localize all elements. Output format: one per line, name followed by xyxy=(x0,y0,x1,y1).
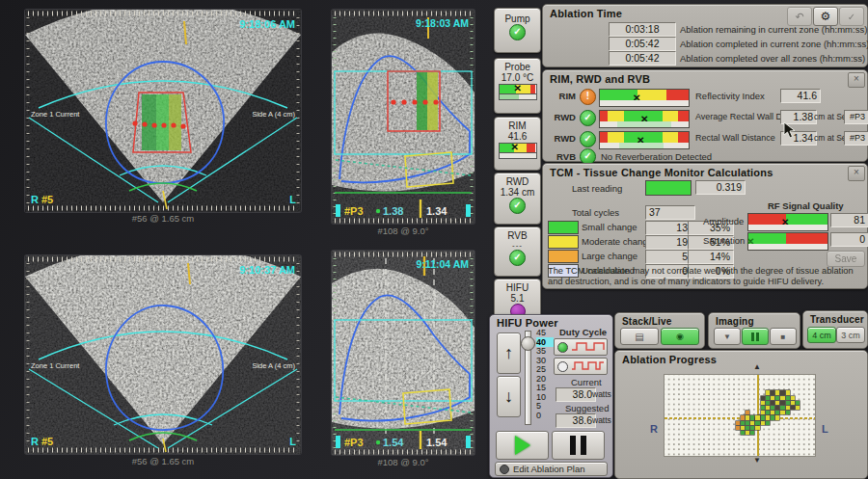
stop-icon: ■ xyxy=(781,333,786,341)
live-mode-button[interactable]: ◉ xyxy=(661,328,699,345)
imaging-down-button[interactable]: ▼ xyxy=(714,328,741,345)
pump-label: Pump xyxy=(495,13,540,24)
distance-1: 1.38 xyxy=(383,205,403,217)
edit-ablation-plan-label: Edit Ablation Plan xyxy=(513,464,584,474)
stack-mode-button[interactable]: ▤ xyxy=(620,328,659,345)
transducer-4cm-button[interactable]: 4 cm xyxy=(807,327,836,343)
grid-top-marker-icon: ▲ xyxy=(753,362,761,371)
square-wave-icon xyxy=(571,341,606,353)
zone-label: Zone 1 Current xyxy=(31,361,80,370)
rim-status-button[interactable]: RIM 41.6 ✕ xyxy=(494,117,541,171)
amplitude-value: 81 xyxy=(830,213,868,227)
transducer-3cm-button[interactable]: 3 cm xyxy=(836,327,865,343)
ablation-cell xyxy=(791,401,795,405)
ablation-cell xyxy=(775,390,779,394)
distance-dot xyxy=(376,440,380,444)
pause-icon xyxy=(751,333,759,341)
panel-title: Stack/Live xyxy=(622,316,671,327)
progress-left-label: L xyxy=(822,423,828,435)
rim-value: 41.6 xyxy=(495,131,540,142)
ablation-cell xyxy=(755,415,759,419)
radio-icon xyxy=(500,465,509,474)
hifu-version: 5.1 xyxy=(495,293,540,304)
ablation-cell xyxy=(750,431,754,435)
ablation-cell xyxy=(780,406,784,410)
panel-title: TCM - Tissue Change Monitor Calculations xyxy=(550,167,773,178)
ablation-cell xyxy=(780,411,784,414)
orient-left-label: L xyxy=(289,436,296,447)
ablation-cell xyxy=(736,426,740,430)
close-icon[interactable]: × xyxy=(848,166,865,181)
hifu-power-panel: HIFU Power ↑ ↓ 45 40 35 30 25 20 15 10 5… xyxy=(489,314,613,478)
imaging-stop-button[interactable]: ■ xyxy=(770,328,797,345)
rwd-sector: #P3 xyxy=(844,131,868,146)
image-caption: #108 @ 9.0° xyxy=(332,457,475,467)
power-slider-knob[interactable] xyxy=(521,336,535,351)
ablation-cell xyxy=(775,401,779,405)
close-icon[interactable]: × xyxy=(848,72,865,88)
undo-icon[interactable]: ↶ xyxy=(787,7,812,26)
ablation-cell xyxy=(766,390,770,394)
ablation-cell xyxy=(766,415,770,419)
ablation-cell xyxy=(775,411,779,414)
rvb-status-button[interactable]: RVB --- ✓ xyxy=(494,226,541,277)
image-caption: #56 @ 1.65 cm xyxy=(25,456,301,466)
settings-gear-icon[interactable]: ⚙ xyxy=(813,7,838,26)
stack-live-panel: Stack/Live ▤ ◉ xyxy=(614,312,705,349)
panel-title: Ablation Progress xyxy=(622,354,717,365)
image-caption: #56 @ 1.65 cm xyxy=(25,213,301,224)
transducer-panel: Transducer 4 cm 3 cm xyxy=(802,310,868,349)
probe-label: Probe xyxy=(495,62,540,72)
last-reading-value: 0.319 xyxy=(695,180,746,195)
rwd-status-button[interactable]: RWD 1.34 cm ✓ xyxy=(494,173,541,225)
warning-icon: ! xyxy=(580,89,596,105)
ultrasound-sagittal-current: 9:18:03 AM #P3 1.38 1.34 xyxy=(332,10,475,224)
check-icon: ✓ xyxy=(509,24,526,40)
tick-10: 10 xyxy=(536,392,554,402)
current-power-label: Current xyxy=(571,377,602,387)
panel-title: RIM, RWD and RVB xyxy=(550,73,650,85)
ablation-cell xyxy=(755,421,759,425)
ablation-progress-panel: Ablation Progress R L ▲ ▼ xyxy=(614,350,868,479)
ablation-cell xyxy=(771,411,774,414)
power-down-button[interactable]: ↓ xyxy=(497,376,521,417)
check-icon: ✓ xyxy=(509,198,526,214)
timestamp: 9:10:37 AM xyxy=(239,264,295,276)
start-ablation-button[interactable] xyxy=(496,431,549,460)
ultrasound-transverse-reference: 9:10:37 AM Zone 1 Current Side A (4 cm) … xyxy=(25,255,301,454)
rwd-avg-row-label: RWD xyxy=(547,112,576,122)
ablation-cell xyxy=(786,396,790,400)
total-cycles-label: Total cycles xyxy=(572,207,619,218)
ablation-cell xyxy=(786,390,790,394)
tick-25: 25 xyxy=(536,364,554,374)
square-wave-icon xyxy=(571,360,606,372)
tcm-note: The TCM calculation may not correlate we… xyxy=(548,266,862,286)
power-up-button[interactable]: ↑ xyxy=(497,333,521,374)
tick-30: 30 xyxy=(536,356,554,365)
probe-icon xyxy=(336,436,340,448)
tick-0: 0 xyxy=(536,411,554,420)
distance-1: 1.54 xyxy=(383,437,404,448)
ablation-cell xyxy=(791,406,795,410)
duty-cycle-option-1[interactable] xyxy=(554,338,608,356)
ablation-cell xyxy=(746,426,749,430)
ablation-cell xyxy=(796,401,800,405)
site-label: #5 xyxy=(41,436,53,447)
moderate-change-label: Moderate change xyxy=(582,236,653,247)
rim-label: RIM xyxy=(495,120,540,131)
pump-status-button[interactable]: Pump ✓ xyxy=(494,8,541,53)
saturation-label: Saturation xyxy=(703,235,745,246)
edit-ablation-plan-button[interactable]: Edit Ablation Plan xyxy=(495,462,608,476)
rwd-value: 1.34 cm xyxy=(495,187,540,198)
imaging-pause-button[interactable] xyxy=(742,328,769,345)
ablation-cell xyxy=(766,411,770,414)
probe-status-button[interactable]: Probe 17.0 °C ✕ xyxy=(494,58,541,114)
probe-temp: 17.0 °C xyxy=(495,72,540,83)
save-button[interactable]: Save xyxy=(827,251,865,267)
ablation-cell xyxy=(771,390,774,394)
duty-cycle-option-2[interactable] xyxy=(554,358,608,375)
probe-range-bar: ✕ xyxy=(499,84,537,94)
confirm-icon[interactable]: ✓ xyxy=(839,7,864,26)
pause-ablation-button[interactable] xyxy=(552,431,605,460)
radio-off-icon xyxy=(557,361,568,372)
